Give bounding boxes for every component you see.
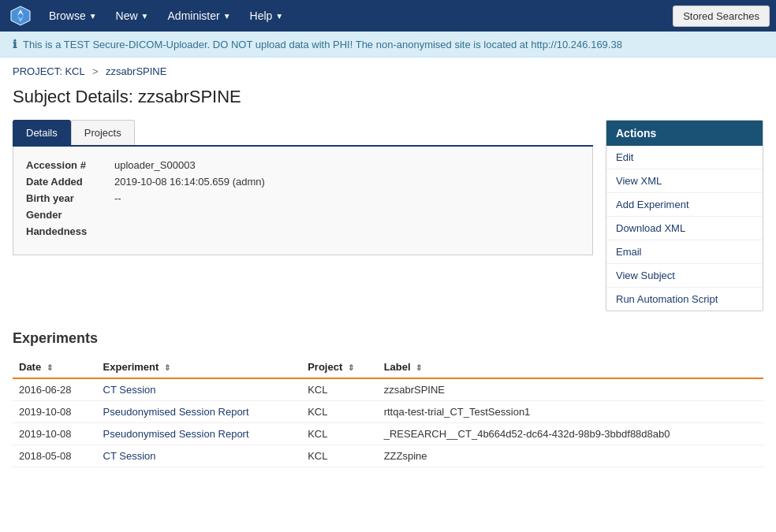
breadcrumb-separator: > xyxy=(92,65,99,77)
top-navigation: Browse ▼ New ▼ Administer ▼ Help ▼ Store… xyxy=(0,0,776,32)
field-label-gender: Gender xyxy=(26,209,105,221)
experiment-link[interactable]: CT Session xyxy=(103,384,156,396)
cell-experiment: CT Session xyxy=(97,378,302,401)
breadcrumb: PROJECT: KCL > zzsabrSPINE xyxy=(0,58,776,80)
table-row: 2019-10-08Pseudonymised Session ReportKC… xyxy=(13,423,763,445)
experiment-link[interactable]: Pseudonymised Session Report xyxy=(103,428,249,440)
site-logo[interactable] xyxy=(6,2,35,30)
cell-date: 2018-05-08 xyxy=(13,445,97,467)
field-label-accession: Accession # xyxy=(26,159,105,171)
cell-label: ZZZspine xyxy=(378,445,763,467)
administer-menu[interactable]: Administer ▼ xyxy=(160,5,239,27)
actions-header: Actions xyxy=(606,121,763,146)
info-text: This is a TEST Secure-DICOM-Uploader. DO… xyxy=(23,39,622,50)
info-icon: ℹ xyxy=(13,38,17,50)
sort-icon-project: ⇕ xyxy=(348,363,354,372)
details-panel: Details Projects Accession # uploader_S0… xyxy=(13,120,593,255)
table-row: 2018-05-08CT SessionKCLZZZspine xyxy=(13,445,763,467)
experiment-link[interactable]: CT Session xyxy=(103,450,156,462)
field-label-birth-year: Birth year xyxy=(26,192,105,204)
page-title: Subject Details: zzsabrSPINE xyxy=(0,80,776,120)
field-accession: Accession # uploader_S00003 xyxy=(26,159,580,171)
cell-experiment: Pseudonymised Session Report xyxy=(97,401,302,423)
browse-caret: ▼ xyxy=(89,12,97,20)
sort-icon-experiment: ⇕ xyxy=(164,363,170,372)
cell-project: KCL xyxy=(301,401,377,423)
experiment-link[interactable]: Pseudonymised Session Report xyxy=(103,406,249,418)
new-label: New xyxy=(116,9,138,22)
breadcrumb-subject[interactable]: zzsabrSPINE xyxy=(106,65,166,77)
cell-label: rttqa-test-trial_CT_TestSession1 xyxy=(378,401,763,423)
field-date-added: Date Added 2019-10-08 16:14:05.659 (admn… xyxy=(26,176,580,188)
table-header-row: Date ⇕ Experiment ⇕ Project ⇕ Label ⇕ xyxy=(13,356,763,378)
cell-project: KCL xyxy=(301,423,377,445)
stored-searches-button[interactable]: Stored Searches xyxy=(673,6,770,27)
action-view-subject[interactable]: View Subject xyxy=(606,264,763,288)
new-menu[interactable]: New ▼ xyxy=(108,5,157,27)
col-header-date[interactable]: Date ⇕ xyxy=(13,356,97,378)
cell-label: zzsabrSPINE xyxy=(378,378,763,401)
help-label: Help xyxy=(250,9,273,22)
table-row: 2016-06-28CT SessionKCLzzsabrSPINE xyxy=(13,378,763,401)
sort-icon-date: ⇕ xyxy=(47,363,53,372)
info-banner: ℹ This is a TEST Secure-DICOM-Uploader. … xyxy=(0,32,776,58)
field-handedness: Handedness xyxy=(26,225,580,237)
action-download-xml[interactable]: Download XML xyxy=(606,217,763,240)
col-header-project[interactable]: Project ⇕ xyxy=(301,356,377,378)
cell-label: _RESEARCH__CT_4b664d52-dc64-432d-98b9-3b… xyxy=(378,423,763,445)
breadcrumb-project[interactable]: PROJECT: KCL xyxy=(13,65,84,77)
help-caret: ▼ xyxy=(275,12,283,20)
help-menu[interactable]: Help ▼ xyxy=(242,5,292,27)
action-email[interactable]: Email xyxy=(606,240,763,264)
field-label-handedness: Handedness xyxy=(26,225,105,237)
action-edit[interactable]: Edit xyxy=(606,146,763,169)
tab-projects[interactable]: Projects xyxy=(71,120,135,145)
experiments-section: Experiments Date ⇕ Experiment ⇕ Project … xyxy=(0,311,776,480)
browse-label: Browse xyxy=(49,9,86,22)
tab-bar: Details Projects xyxy=(13,120,593,147)
action-add-experiment[interactable]: Add Experiment xyxy=(606,193,763,217)
administer-label: Administer xyxy=(168,9,220,22)
cell-date: 2016-06-28 xyxy=(13,378,97,401)
action-view-xml[interactable]: View XML xyxy=(606,169,763,193)
actions-panel: Actions Edit View XML Add Experiment Dow… xyxy=(606,120,763,311)
main-layout: Details Projects Accession # uploader_S0… xyxy=(0,120,776,311)
col-header-experiment[interactable]: Experiment ⇕ xyxy=(97,356,302,378)
cell-project: KCL xyxy=(301,378,377,401)
action-run-automation[interactable]: Run Automation Script xyxy=(606,288,763,311)
cell-date: 2019-10-08 xyxy=(13,423,97,445)
cell-project: KCL xyxy=(301,445,377,467)
experiments-title: Experiments xyxy=(13,330,763,347)
cell-date: 2019-10-08 xyxy=(13,401,97,423)
field-value-accession: uploader_S00003 xyxy=(114,159,196,171)
field-gender: Gender xyxy=(26,209,580,221)
cell-experiment: CT Session xyxy=(97,445,302,467)
col-header-label[interactable]: Label ⇕ xyxy=(378,356,763,378)
table-row: 2019-10-08Pseudonymised Session ReportKC… xyxy=(13,401,763,423)
cell-experiment: Pseudonymised Session Report xyxy=(97,423,302,445)
tab-content-details: Accession # uploader_S00003 Date Added 2… xyxy=(13,147,593,255)
sort-icon-label: ⇕ xyxy=(416,363,422,372)
new-caret: ▼ xyxy=(141,12,149,20)
field-birth-year: Birth year -- xyxy=(26,192,580,204)
field-label-date-added: Date Added xyxy=(26,176,105,188)
tab-details[interactable]: Details xyxy=(13,120,71,145)
administer-caret: ▼ xyxy=(223,12,231,20)
field-value-birth-year: -- xyxy=(114,192,121,204)
experiments-table: Date ⇕ Experiment ⇕ Project ⇕ Label ⇕ 20… xyxy=(13,356,763,467)
field-value-date-added: 2019-10-08 16:14:05.659 (admn) xyxy=(114,176,265,188)
browse-menu[interactable]: Browse ▼ xyxy=(41,5,105,27)
